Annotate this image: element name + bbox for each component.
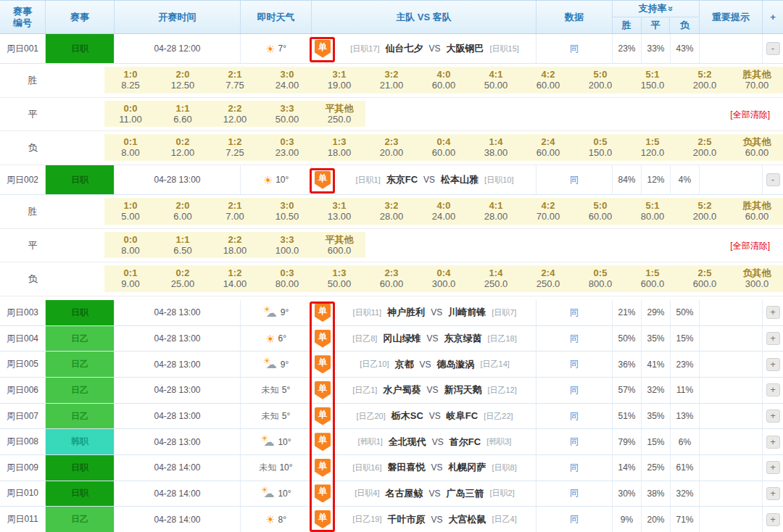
expand-toggle-button[interactable]: + (766, 306, 780, 319)
odds-option[interactable]: 0:08.00 (104, 232, 157, 259)
odds-option[interactable]: 5:2200.0 (679, 67, 731, 93)
odds-option[interactable]: 0:460.00 (418, 134, 470, 161)
odds-score: 0:5 (574, 137, 626, 147)
odds-option[interactable]: 1:16.60 (157, 101, 209, 128)
odds-option[interactable]: 1:438.00 (470, 134, 522, 161)
odds-option[interactable]: 平其他250.0 (313, 101, 365, 128)
odds-value: 13.00 (313, 212, 365, 222)
support-rate-sort[interactable]: 支持率 » (613, 1, 699, 17)
odds-option[interactable]: 3:119.00 (313, 67, 365, 93)
odds-option[interactable]: 3:113.00 (313, 198, 365, 225)
odds-option[interactable]: 0:19.00 (104, 265, 157, 292)
odds-option[interactable]: 4:270.00 (522, 198, 574, 225)
data-link[interactable]: 同 (570, 307, 579, 319)
odds-option[interactable]: 3:350.00 (261, 101, 313, 128)
odds-option[interactable]: 0:5150.0 (574, 134, 626, 161)
odds-option[interactable]: 负其他60.00 (731, 134, 783, 161)
odds-option[interactable]: 0:225.00 (157, 265, 209, 292)
odds-option[interactable]: 5:060.00 (574, 198, 626, 225)
odds-option[interactable]: 0:011.00 (104, 101, 157, 128)
odds-option[interactable]: 3:3100.0 (261, 232, 313, 259)
odds-option[interactable]: 0:323.00 (261, 134, 313, 161)
data-link[interactable]: 同 (570, 410, 579, 423)
odds-option[interactable]: 胜其他70.00 (731, 67, 783, 93)
home-rank-tag: [日乙1] (352, 385, 377, 396)
odds-score: 0:2 (157, 137, 209, 147)
odds-option[interactable]: 平其他600.0 (313, 232, 365, 259)
expand-cell: + (763, 455, 783, 481)
expand-toggle-button[interactable]: + (766, 358, 780, 371)
odds-option[interactable]: 胜其他60.00 (731, 198, 783, 225)
odds-option[interactable]: 0:4300.0 (418, 265, 470, 292)
odds-option[interactable]: 4:150.00 (470, 67, 522, 93)
data-link[interactable]: 同 (570, 358, 579, 370)
odds-option[interactable]: 5:2200.0 (679, 198, 731, 225)
odds-option[interactable]: 4:024.00 (418, 198, 470, 225)
odds-option[interactable]: 2:320.00 (365, 134, 418, 161)
odds-option[interactable]: 1:214.00 (209, 265, 261, 292)
odds-option[interactable]: 1:08.25 (104, 67, 157, 93)
clear-all-link[interactable]: [全部清除] (730, 239, 770, 252)
expand-toggle-button[interactable]: + (766, 513, 780, 526)
odds-option[interactable]: 2:06.00 (157, 198, 209, 225)
odds-option[interactable]: 0:18.00 (104, 134, 157, 161)
match-id: 周日007 (0, 404, 46, 429)
odds-option[interactable]: 5:180.00 (626, 198, 679, 225)
expand-toggle-button[interactable]: + (766, 410, 780, 423)
odds-option[interactable]: 2:17.00 (209, 198, 261, 225)
expand-toggle-button[interactable]: - (766, 42, 780, 55)
expand-toggle-button[interactable]: + (766, 461, 780, 474)
away-rank-tag: [韩职3] (486, 436, 511, 447)
odds-option[interactable]: 4:060.00 (418, 67, 470, 93)
odds-option[interactable]: 2:218.00 (209, 232, 261, 259)
odds-option[interactable]: 0:212.00 (157, 134, 209, 161)
expand-toggle-button[interactable]: + (766, 383, 780, 396)
data-link[interactable]: 同 (570, 333, 579, 345)
odds-score: 2:4 (522, 268, 574, 278)
odds-option[interactable]: 1:350.00 (313, 265, 365, 292)
data-link[interactable]: 同 (570, 384, 579, 396)
header-expand-all[interactable]: + (763, 1, 783, 33)
expand-toggle-button[interactable]: - (766, 173, 780, 186)
odds-option[interactable]: 5:1150.0 (626, 67, 679, 93)
header-start-time: 开赛时间 (115, 1, 241, 33)
clear-all-link[interactable]: [全部清除] (730, 108, 770, 120)
odds-option[interactable]: 0:380.00 (261, 265, 313, 292)
odds-option[interactable]: 0:5800.0 (574, 265, 626, 292)
odds-option[interactable]: 1:318.00 (313, 134, 365, 161)
odds-option[interactable]: 2:212.00 (209, 101, 261, 128)
odds-option[interactable]: 2:460.00 (522, 134, 574, 161)
expand-toggle-button[interactable]: + (766, 487, 780, 500)
data-link[interactable]: 同 (570, 43, 579, 55)
odds-option[interactable]: 3:024.00 (261, 67, 313, 93)
odds-option[interactable]: 4:260.00 (522, 67, 574, 93)
odds-option[interactable]: 2:4250.0 (522, 265, 574, 292)
odds-option[interactable]: 2:360.00 (365, 265, 418, 292)
odds-option[interactable]: 3:221.00 (365, 67, 418, 93)
expand-toggle-button[interactable]: + (766, 332, 780, 345)
data-link[interactable]: 同 (570, 174, 579, 186)
odds-option[interactable]: 2:5200.0 (679, 134, 731, 161)
odds-option[interactable]: 4:128.00 (470, 198, 522, 225)
data-link[interactable]: 同 (570, 436, 579, 448)
odds-option[interactable]: 3:228.00 (365, 198, 418, 225)
weather-cell: ☀ ☀☁ 未知 9° (241, 352, 312, 377)
odds-option[interactable]: 1:05.00 (104, 198, 157, 225)
odds-option[interactable]: 1:5120.0 (626, 134, 679, 161)
odds-option[interactable]: 3:010.50 (261, 198, 313, 225)
odds-value: 200.0 (679, 148, 731, 158)
odds-option[interactable]: 2:5600.0 (679, 265, 731, 292)
odds-option[interactable]: 1:5600.0 (626, 265, 679, 292)
odds-score: 3:3 (261, 104, 313, 114)
data-link[interactable]: 同 (570, 513, 579, 525)
odds-option[interactable]: 1:16.50 (157, 232, 209, 259)
expand-toggle-button[interactable]: + (766, 436, 780, 449)
data-link[interactable]: 同 (570, 462, 579, 474)
odds-option[interactable]: 2:012.50 (157, 67, 209, 93)
odds-option[interactable]: 1:27.25 (209, 134, 261, 161)
data-link[interactable]: 同 (570, 487, 579, 499)
odds-option[interactable]: 5:0200.0 (574, 67, 626, 93)
odds-option[interactable]: 负其他300.0 (731, 265, 783, 292)
odds-option[interactable]: 2:17.75 (209, 67, 261, 93)
odds-option[interactable]: 1:4250.0 (470, 265, 522, 292)
